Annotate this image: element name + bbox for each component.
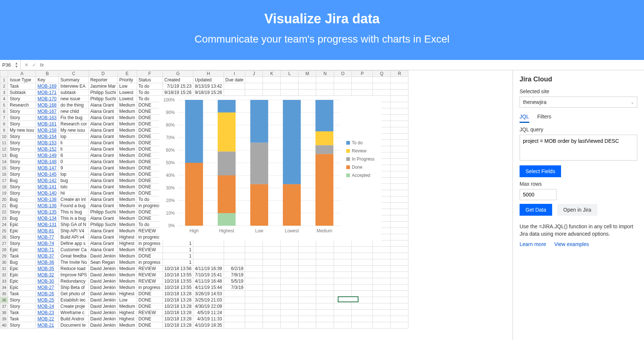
- cell[interactable]: Medium: [118, 215, 137, 222]
- cell[interactable]: 1: [163, 253, 193, 259]
- cell[interactable]: [263, 240, 281, 247]
- tab-filters[interactable]: Filters: [537, 114, 551, 123]
- cell[interactable]: [352, 303, 373, 310]
- cell[interactable]: [245, 322, 263, 329]
- cell[interactable]: [391, 316, 408, 322]
- cell[interactable]: [298, 310, 316, 316]
- cell[interactable]: Document te: [59, 322, 89, 329]
- data-header-cell[interactable]: Summary: [59, 77, 89, 83]
- cell[interactable]: [245, 291, 263, 297]
- cell[interactable]: [224, 240, 245, 247]
- cell[interactable]: [373, 83, 391, 90]
- cell[interactable]: Bug: [8, 152, 36, 159]
- cell[interactable]: [334, 303, 352, 310]
- cell[interactable]: [352, 266, 373, 272]
- cell[interactable]: Story: [8, 121, 36, 127]
- cell[interactable]: Medium: [118, 127, 137, 134]
- cell[interactable]: Reduce load: [59, 266, 89, 272]
- cell[interactable]: [298, 322, 316, 329]
- cell-key[interactable]: MOB-23: [36, 310, 59, 316]
- cell[interactable]: Story: [8, 171, 36, 178]
- cell[interactable]: [316, 240, 334, 247]
- cell[interactable]: DONE: [137, 171, 163, 178]
- cell[interactable]: 10/2/18 13:55: [163, 285, 193, 291]
- cell[interactable]: Story: [8, 297, 36, 303]
- cell[interactable]: [334, 322, 352, 329]
- cell[interactable]: Medium: [118, 203, 137, 209]
- row-number[interactable]: 15: [0, 165, 8, 171]
- row-number[interactable]: 40: [0, 322, 8, 329]
- col-header[interactable]: J: [245, 71, 263, 77]
- cell[interactable]: REVIEW: [137, 272, 163, 278]
- cell[interactable]: Story: [8, 303, 36, 310]
- cell[interactable]: [373, 285, 391, 291]
- cell[interactable]: DONE: [137, 297, 163, 303]
- cell[interactable]: Story: [8, 322, 36, 329]
- cell[interactable]: Medium: [118, 228, 137, 234]
- cell[interactable]: Alana Grant: [89, 247, 117, 253]
- cell[interactable]: Create proje: [59, 303, 89, 310]
- cell[interactable]: [391, 303, 408, 310]
- cell[interactable]: Alana Grant: [89, 134, 117, 140]
- cell-key[interactable]: MOB-37: [36, 253, 59, 259]
- cell[interactable]: This is bug: [59, 209, 89, 215]
- cell[interactable]: [263, 272, 281, 278]
- cell[interactable]: [391, 178, 408, 184]
- cell[interactable]: [245, 259, 263, 266]
- row-number[interactable]: 29: [0, 253, 8, 259]
- chart-overlay[interactable]: 0%10%20%30%40%50%60%70%80%90%100%HighHig…: [159, 96, 381, 240]
- cell[interactable]: 6/2/19: [224, 266, 245, 272]
- cell[interactable]: [391, 266, 408, 272]
- view-examples-link[interactable]: View examples: [554, 241, 589, 247]
- bar-segment[interactable]: [283, 184, 301, 226]
- open-in-jira-button[interactable]: Open in Jira: [557, 204, 597, 216]
- cell[interactable]: [334, 240, 352, 247]
- cell[interactable]: David Jenkin: [89, 310, 117, 316]
- cell[interactable]: [316, 247, 334, 253]
- row-number[interactable]: 32: [0, 272, 8, 278]
- cell[interactable]: [391, 115, 408, 121]
- cell[interactable]: [281, 303, 298, 310]
- cell-key[interactable]: MOB-35: [36, 266, 59, 272]
- cell[interactable]: [352, 272, 373, 278]
- cell[interactable]: DONE: [137, 322, 163, 329]
- cell[interactable]: [391, 127, 408, 134]
- cell[interactable]: [373, 272, 391, 278]
- cell[interactable]: Story: [8, 234, 36, 240]
- cell[interactable]: 3/25/19 21:03: [193, 297, 224, 303]
- cell[interactable]: [298, 297, 316, 303]
- cell[interactable]: Create an inl: [59, 196, 89, 203]
- cell-key[interactable]: MOB-27: [36, 285, 59, 291]
- cell[interactable]: Improve NPS: [59, 272, 89, 278]
- cell[interactable]: Medium: [118, 171, 137, 178]
- cell[interactable]: [373, 291, 391, 297]
- cell[interactable]: [263, 316, 281, 322]
- cell[interactable]: Task: [8, 316, 36, 322]
- cell[interactable]: [391, 159, 408, 165]
- data-header-cell[interactable]: Updated: [193, 77, 224, 83]
- cell[interactable]: [352, 285, 373, 291]
- data-header-cell[interactable]: Status: [137, 77, 163, 83]
- cell[interactable]: [245, 77, 263, 83]
- cell[interactable]: DONE: [137, 215, 163, 222]
- cell[interactable]: subtask: [59, 90, 89, 96]
- cell[interactable]: [334, 291, 352, 297]
- row-number[interactable]: 3: [0, 90, 8, 96]
- row-number[interactable]: 4: [0, 96, 8, 102]
- cell[interactable]: Medium: [118, 159, 137, 165]
- cell[interactable]: Highest: [118, 310, 137, 316]
- cell[interactable]: Medium: [118, 178, 137, 184]
- cell[interactable]: [391, 253, 408, 259]
- cell[interactable]: [391, 121, 408, 127]
- cell[interactable]: [391, 140, 408, 146]
- row-number[interactable]: 31: [0, 266, 8, 272]
- cell[interactable]: [281, 90, 298, 96]
- row-number[interactable]: 36: [0, 297, 8, 303]
- cell[interactable]: Task: [8, 83, 36, 90]
- cell[interactable]: [245, 90, 263, 96]
- cell[interactable]: Medium: [118, 222, 137, 228]
- cell[interactable]: Medium: [118, 209, 137, 215]
- cell[interactable]: [224, 297, 245, 303]
- cell[interactable]: li: [59, 146, 89, 152]
- cell-key[interactable]: MOB-138: [36, 196, 59, 203]
